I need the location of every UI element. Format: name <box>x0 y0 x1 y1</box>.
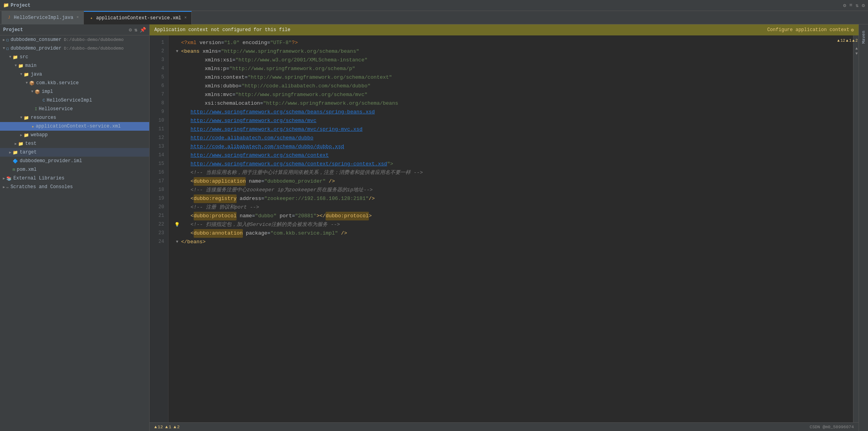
line-num-4: 4 <box>151 65 167 73</box>
expand-arrow-resources[interactable]: ▼ <box>19 116 24 120</box>
expand-arrow-consumer[interactable]: ▶ <box>2 38 6 42</box>
sidebar-item-provider[interactable]: ▼ ◻ dubbodemo_provider D:/dubbo-demo/dub… <box>0 44 149 53</box>
consumer-path: D:/dubbo-demo/dubbodemo <box>64 37 124 42</box>
nav-down-arrow[interactable]: ▼ <box>855 52 858 56</box>
code-line-13: http://code.alibabatech.com/schema/dubbo… <box>173 142 853 151</box>
code-line-9: http://www.springframework.org/schema/be… <box>173 108 853 117</box>
scrollbar-gutter[interactable]: ▲ 12 ▲ 1 ▲ 2 ▲ ▼ <box>853 35 859 422</box>
line-gutter-2: ▼ <box>173 47 181 56</box>
maven-tab[interactable]: Maven <box>860 28 868 47</box>
project-icon: 📁 <box>3 2 9 8</box>
library-icon: 📚 <box>6 176 12 181</box>
code-line-4: xmlns:p="http://www.springframework.org/… <box>173 65 853 73</box>
pom-icon: m <box>13 167 15 172</box>
code-line-20: <!-- 注册 协议和port --> <box>173 203 853 212</box>
fold-marker-2[interactable]: ▼ <box>176 47 178 56</box>
code-line-15: http://www.springframework.org/schema/co… <box>173 160 853 168</box>
pom-label: pom.xml <box>17 167 37 172</box>
code-line-22: 💡 <!-- 扫描指定包，加入@Service注解的类会被发布为服务 --> <box>173 220 853 229</box>
main-label: main <box>25 63 37 68</box>
fold-marker-24[interactable]: ▼ <box>176 238 178 246</box>
sidebar-pin-icon[interactable]: 📌 <box>140 27 146 33</box>
sidebar-item-iml[interactable]: 🔷 dubbodemo_provider.iml <box>0 157 149 165</box>
line-num-6: 6 <box>151 82 167 91</box>
code-line-14: http://www.springframework.org/schema/co… <box>173 151 853 160</box>
status-bar: ▲ 12 ▲ 1 ▲ 2 CSDN @m0_58996074 <box>150 422 859 431</box>
webapp-label: webapp <box>31 132 48 138</box>
sidebar-item-src[interactable]: ▼ 📁 src <box>0 53 149 61</box>
header-settings-icon[interactable]: ⚙ <box>862 2 865 9</box>
expand-arrow-provider[interactable]: ▼ <box>2 46 6 50</box>
code-content[interactable]: <?xml version="1.0" encoding="UTF-8"?> ▼… <box>168 35 853 422</box>
expand-arrow-package[interactable]: ▼ <box>24 81 29 85</box>
tab-hello-close[interactable]: × <box>76 15 79 20</box>
sidebar-item-main[interactable]: ▼ 📁 main <box>0 61 149 70</box>
tab-hello-label: HelloServiceImpl.java <box>14 15 73 20</box>
sidebar-item-app-context[interactable]: ✦ applicationContext-service.xml <box>0 122 149 131</box>
expand-arrow-webapp[interactable]: ▶ <box>19 133 24 137</box>
tab-application-context[interactable]: ✦ applicationContext-service.xml × <box>84 11 192 24</box>
expand-arrow-test[interactable]: ▶ <box>13 142 18 146</box>
sidebar-item-java[interactable]: ▼ 📁 java <box>0 70 149 79</box>
line-num-11: 11 <box>151 125 167 134</box>
code-line-1: <?xml version="1.0" encoding="UTF-8"?> <box>173 39 853 47</box>
notification-bar: Application context not configured for t… <box>150 24 859 35</box>
impl-label: impl <box>42 89 53 94</box>
sidebar-item-webapp[interactable]: ▶ 📁 webapp <box>0 131 149 139</box>
folder-icon-src: 📁 <box>13 55 18 60</box>
code-line-11: http://www.springframework.org/schema/mv… <box>173 125 853 134</box>
line-numbers: 1 2 3 4 5 6 7 8 9 10 11 12 13 14 15 16 1… <box>150 35 168 422</box>
nav-arrows: ▲ ▼ <box>855 46 858 56</box>
header-gear-icon[interactable]: ⚙ <box>843 2 846 9</box>
expand-arrow-scratches[interactable]: ▶ <box>2 185 6 189</box>
sidebar-item-impl[interactable]: ▼ 📦 impl <box>0 87 149 96</box>
iml-label: dubbodemo_provider.iml <box>20 158 82 164</box>
sidebar-item-pom[interactable]: m pom.xml <box>0 165 149 174</box>
sidebar-item-scratches[interactable]: ▶ ✏ Scratches and Consoles <box>0 183 149 191</box>
code-line-21: <dubbo:protocol name="dubbo" port="20881… <box>173 212 853 220</box>
expand-arrow-src[interactable]: ▼ <box>8 55 13 59</box>
code-line-5: xmlns:context="http://www.springframewor… <box>173 73 853 82</box>
header-layout-icon1[interactable]: ≡ <box>849 2 853 9</box>
sidebar-layout-icon[interactable]: ⇅ <box>134 27 137 33</box>
code-line-19: <dubbo:registry address="zookeeper://192… <box>173 194 853 203</box>
code-line-24: ▼ </beans> <box>173 238 853 246</box>
line-num-24: 24 <box>151 238 167 246</box>
xml-file-icon: ✦ <box>89 15 94 21</box>
sidebar-item-hello-service[interactable]: I Helloservice <box>0 105 149 113</box>
line-num-3: 3 <box>151 56 167 65</box>
test-label: test <box>25 141 37 146</box>
expand-arrow-main[interactable]: ▼ <box>13 64 18 68</box>
sidebar-item-target[interactable]: ▶ 📁 target <box>0 148 149 157</box>
sidebar-item-consumer[interactable]: ▶ ◻ dubbodemo_consumer D:/dubbo-demo/dub… <box>0 35 149 44</box>
line-num-2: 2 <box>151 47 167 56</box>
code-line-17: <dubbo:application name="dubbodemo_provi… <box>173 177 853 186</box>
code-line-18: <!-- 连接服务注册中心zookeeper ip为zookeeper所在服务器… <box>173 186 853 194</box>
sidebar-item-hello-impl[interactable]: C HelloServiceImpl <box>0 96 149 105</box>
line-num-18: 18 <box>151 186 167 194</box>
header-layout-icon2[interactable]: ⇅ <box>855 2 859 9</box>
java-class-icon: C <box>43 98 45 103</box>
java-file-icon: J <box>6 15 12 20</box>
expand-arrow-impl[interactable]: ▼ <box>30 90 35 94</box>
tab-hello-service-impl[interactable]: J HelloServiceImpl.java × <box>2 11 84 24</box>
sidebar-item-external-libs[interactable]: ▶ 📚 External Libraries <box>0 174 149 183</box>
hello-impl-label: HelloServiceImpl <box>47 98 92 103</box>
expand-arrow-ext[interactable]: ▶ <box>2 176 6 181</box>
line-num-23: 23 <box>151 229 167 238</box>
configure-context-link[interactable]: Configure application context ⚙ <box>767 27 854 33</box>
sidebar-item-test[interactable]: ▶ 📁 test <box>0 139 149 148</box>
warning-count-2: 2 <box>855 39 858 43</box>
tab-xml-close[interactable]: × <box>184 16 187 20</box>
nav-up-arrow[interactable]: ▲ <box>855 46 858 51</box>
expand-arrow-java[interactable]: ▼ <box>19 72 24 76</box>
bulb-icon[interactable]: 💡 <box>174 220 180 229</box>
sidebar-item-resources[interactable]: ▼ 📁 resources <box>0 113 149 122</box>
expand-arrow-target[interactable]: ▶ <box>8 150 13 155</box>
code-line-8: xsi:schemaLocation="http://www.springfra… <box>173 99 853 108</box>
warn-icon-2: ▲ <box>165 425 168 429</box>
warning-triangle-icon2: ▲ <box>846 39 848 43</box>
sidebar-gear-icon[interactable]: ⚙ <box>129 27 132 33</box>
sidebar-item-package[interactable]: ▼ 📦 com.kkb.service <box>0 79 149 87</box>
status-right-text: CSDN @m0_58996074 <box>810 425 854 429</box>
